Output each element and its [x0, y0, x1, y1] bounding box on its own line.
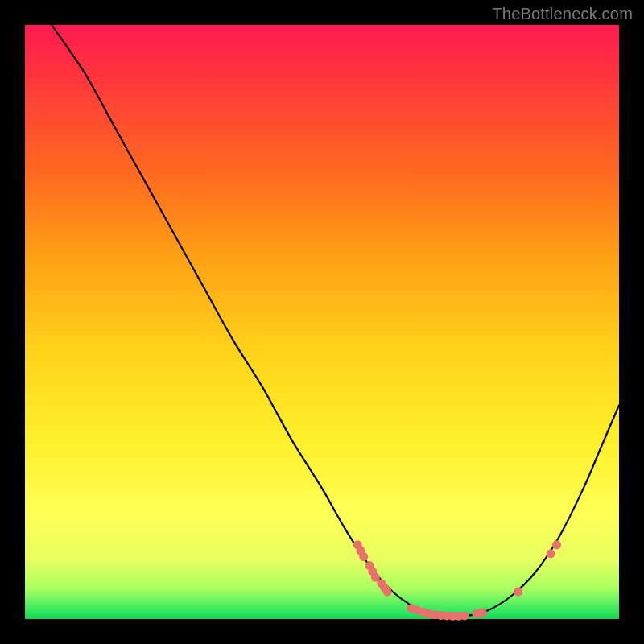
curve-marker	[547, 549, 555, 558]
curve-marker	[478, 608, 487, 617]
curve-marker	[460, 611, 469, 620]
chart-svg	[0, 0, 644, 644]
curve-marker	[514, 588, 522, 597]
curve-marker	[359, 552, 368, 561]
curve-marker	[383, 588, 392, 597]
plot-background	[25, 25, 619, 619]
curve-marker	[552, 540, 561, 549]
chart-stage: TheBottleneck.com	[0, 0, 644, 644]
